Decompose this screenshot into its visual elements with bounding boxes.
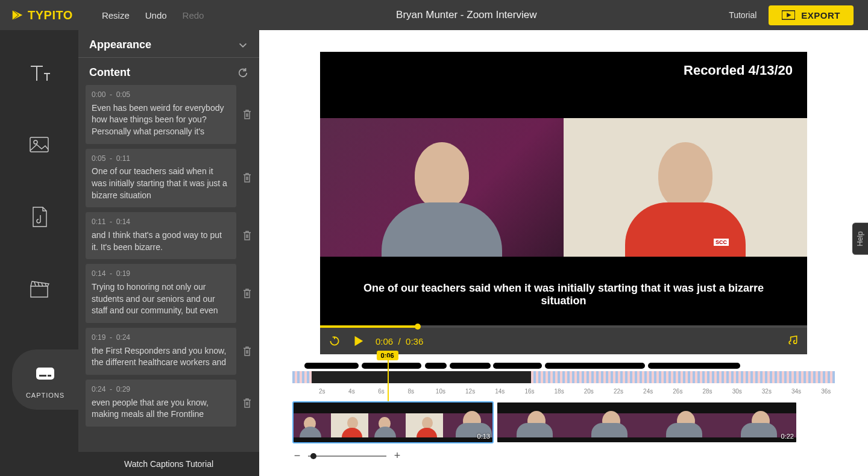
progress-track[interactable]: [320, 325, 807, 328]
trash-icon: [242, 288, 252, 299]
timeline-clip[interactable]: 0:22: [496, 401, 797, 443]
iconbar: CAPTIONS: [0, 30, 78, 476]
clip-end-time: 0:22: [781, 433, 794, 440]
trash-icon: [242, 172, 252, 183]
timeline-caption-bar[interactable]: [648, 363, 740, 369]
caption-text: Even has been weird for everybody how ha…: [92, 102, 230, 138]
zoom-out-button[interactable]: −: [292, 449, 302, 462]
caption-delete-button[interactable]: [240, 172, 254, 183]
project-title[interactable]: Bryan Munter - Zoom Interview: [204, 9, 729, 21]
restart-button[interactable]: [329, 335, 341, 347]
caption-card[interactable]: 0:19 - 0:24the First Responders and you …: [86, 328, 236, 375]
timeline-caption-bar[interactable]: [425, 363, 447, 369]
caption-delete-button[interactable]: [240, 109, 254, 120]
timeline-thumb: [368, 402, 443, 442]
appearance-section[interactable]: Appearance: [78, 30, 259, 58]
ruler-tick: 16s: [524, 388, 534, 395]
progress-knob[interactable]: [415, 324, 421, 330]
ruler-tick: 2s: [319, 388, 326, 395]
zoom-slider[interactable]: [308, 456, 386, 457]
svg-rect-4: [39, 375, 46, 377]
undo-button[interactable]: Undo: [145, 10, 167, 20]
timeline-caption-bar[interactable]: [304, 363, 359, 369]
ruler-tick: 30s: [732, 388, 742, 395]
restart-icon: [329, 335, 341, 347]
person-left: [376, 130, 508, 257]
iconbar-image[interactable]: [0, 133, 78, 157]
logo-icon: [11, 8, 24, 22]
caption-row: 0:00 - 0:05Even has been weird for every…: [86, 85, 254, 144]
tutorial-link[interactable]: Tutorial: [729, 10, 756, 20]
caption-card[interactable]: 0:05 - 0:11One of our teachers said when…: [86, 149, 236, 208]
caption-times: 0:05 - 0:11: [92, 154, 230, 164]
clapper-icon: [27, 277, 51, 301]
export-button[interactable]: EXPORT: [769, 5, 854, 25]
ruler-tick: 26s: [673, 388, 682, 395]
caption-card[interactable]: 0:00 - 0:05Even has been weird for every…: [86, 85, 236, 144]
chevron-down-icon: [237, 40, 248, 51]
iconbar-captions[interactable]: CAPTIONS: [12, 349, 78, 410]
iconbar-captions-label: CAPTIONS: [26, 392, 64, 399]
person-right: SCC: [619, 130, 752, 257]
recorded-badge: Recorded 4/13/20: [684, 63, 793, 78]
svg-rect-5: [48, 375, 51, 377]
timeline-thumb: [572, 402, 647, 442]
iconbar-audio[interactable]: [0, 205, 78, 229]
thumb-track[interactable]: 0:130:22: [292, 401, 835, 443]
svg-rect-1: [30, 137, 48, 152]
ruler-tick: 24s: [643, 388, 653, 395]
help-tab[interactable]: Help: [852, 223, 868, 255]
ruler-tick: 4s: [348, 388, 355, 395]
caption-card[interactable]: 0:14 - 0:19Trying to honoring not only o…: [86, 264, 236, 323]
play-button[interactable]: [351, 334, 365, 348]
timeline-caption-bar[interactable]: [450, 363, 491, 369]
caption-row: 0:11 - 0:14and I think that's a good way…: [86, 212, 254, 259]
zoom-knob[interactable]: [310, 453, 316, 459]
content-section[interactable]: Content: [78, 58, 259, 85]
caption-delete-button[interactable]: [240, 346, 254, 357]
caption-delete-button[interactable]: [240, 230, 254, 241]
timeline-thumb: [294, 402, 368, 442]
music-button[interactable]: [787, 335, 799, 347]
ruler-tick: 20s: [584, 388, 594, 395]
caption-list[interactable]: 0:00 - 0:05Even has been weird for every…: [78, 85, 259, 452]
timeline-caption-bar[interactable]: [493, 363, 542, 369]
canvas-area: Recorded 4/13/20 SCC: [259, 30, 868, 476]
video-frame[interactable]: Recorded 4/13/20 SCC: [320, 52, 807, 325]
trash-icon: [242, 346, 252, 357]
clip-end-time: 0:13: [477, 433, 490, 440]
timeline-caption-bar[interactable]: [545, 363, 646, 369]
caption-card[interactable]: 0:11 - 0:14and I think that's a good way…: [86, 212, 236, 259]
timeline-clip[interactable]: 0:13: [292, 401, 494, 443]
logo-text: TYPITO: [28, 8, 73, 22]
video-wrap: Recorded 4/13/20 SCC: [320, 52, 807, 354]
caption-delete-button[interactable]: [240, 288, 254, 299]
caption-card[interactable]: 0:24 - 0:29even people that are you know…: [86, 380, 236, 427]
resize-button[interactable]: Resize: [102, 10, 130, 20]
refresh-icon[interactable]: [237, 67, 248, 78]
time-display: 0:06 / 0:36: [376, 336, 423, 346]
iconbar-video[interactable]: [0, 277, 78, 301]
caption-text: One of our teachers said when it was ini…: [92, 166, 230, 201]
logo[interactable]: TYPITO: [0, 8, 84, 22]
timeline[interactable]: 2s4s6s8s10s12s14s16s18s20s22s24s26s28s30…: [292, 363, 835, 462]
main: CAPTIONS Appearance Content 0:00 - 0:05E…: [0, 30, 868, 476]
svg-point-2: [34, 140, 37, 144]
zoom-in-button[interactable]: +: [392, 449, 402, 462]
timeline-caption-bar[interactable]: [362, 363, 421, 369]
ruler-tick: 22s: [614, 388, 623, 395]
watch-captions-tutorial[interactable]: Watch Captions Tutorial: [78, 452, 259, 476]
play-icon: [351, 334, 365, 348]
content-label: Content: [89, 66, 130, 79]
caption-times: 0:24 - 0:29: [92, 384, 230, 395]
ruler-tick: 8s: [407, 388, 414, 395]
timeline-audio-active: [312, 371, 532, 383]
redo-button[interactable]: Redo: [183, 10, 204, 20]
caption-times: 0:11 - 0:14: [92, 217, 230, 227]
caption-delete-button[interactable]: [240, 398, 254, 409]
video-right-pane: SCC: [564, 118, 807, 257]
iconbar-text[interactable]: [0, 60, 78, 84]
progress-fill: [320, 325, 418, 328]
topbar: TYPITO Resize Undo Redo Bryan Munter - Z…: [0, 0, 868, 30]
caption-text: and I think that's a good way to put it.…: [92, 230, 230, 253]
